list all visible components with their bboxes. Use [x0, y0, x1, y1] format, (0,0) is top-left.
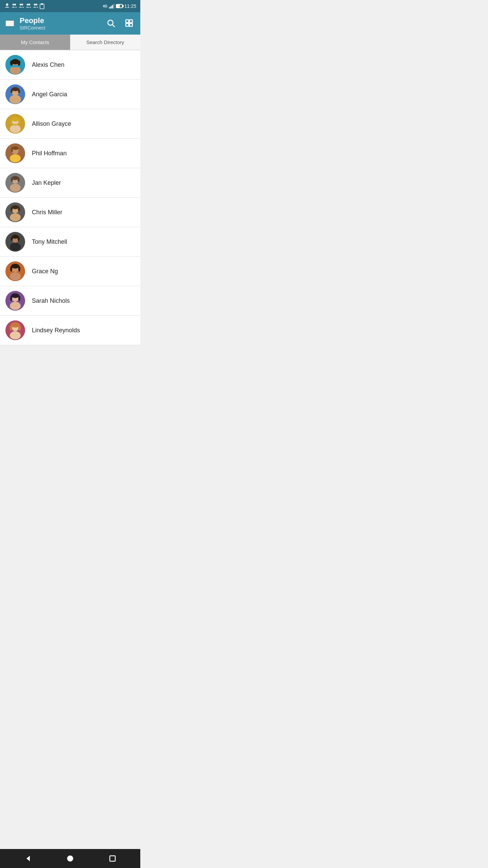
notification-icons: [4, 3, 44, 9]
svg-point-29: [18, 89, 20, 93]
svg-point-58: [18, 236, 20, 241]
contact-item[interactable]: Sarah Nichols: [0, 286, 140, 316]
header-left: People SIRConnect: [5, 16, 45, 31]
svg-rect-14: [129, 20, 133, 23]
svg-point-34: [10, 119, 12, 124]
svg-point-61: [10, 272, 21, 280]
avatar: [5, 291, 25, 311]
svg-rect-13: [126, 20, 129, 23]
app-subtitle: SIRConnect: [20, 25, 45, 31]
svg-point-46: [18, 177, 20, 182]
contact-name: Chris Miller: [32, 209, 62, 216]
avatar: [5, 173, 25, 193]
svg-point-63: [10, 266, 12, 272]
avatar: [5, 143, 25, 163]
contact-name: Jan Kepler: [32, 179, 61, 186]
signal-text: 4G: [103, 4, 107, 8]
svg-point-6: [28, 4, 30, 5]
svg-point-8: [36, 4, 37, 5]
svg-point-68: [11, 293, 19, 298]
contact-item[interactable]: Chris Miller: [0, 198, 140, 227]
svg-point-7: [34, 4, 36, 5]
svg-point-52: [18, 207, 20, 212]
svg-point-51: [11, 207, 13, 212]
svg-point-50: [12, 205, 19, 209]
svg-point-39: [12, 146, 19, 150]
status-right-icons: 4G ⚡ 11:25: [103, 3, 136, 9]
svg-line-12: [113, 25, 115, 27]
svg-point-43: [10, 184, 21, 192]
svg-rect-10: [41, 3, 43, 5]
svg-point-32: [10, 125, 21, 133]
svg-point-69: [10, 296, 12, 301]
avatar: [5, 114, 25, 134]
svg-point-49: [10, 213, 21, 221]
svg-point-22: [18, 60, 20, 66]
contact-item[interactable]: Angel Garcia: [0, 80, 140, 109]
contact-name: Grace Ng: [32, 268, 58, 275]
svg-point-67: [10, 302, 21, 310]
svg-point-28: [11, 89, 13, 93]
avatar: [5, 55, 25, 75]
svg-rect-15: [126, 23, 129, 26]
svg-point-45: [11, 177, 13, 182]
search-button[interactable]: [105, 17, 117, 30]
status-left-icons: [4, 3, 44, 9]
tab-search-directory[interactable]: Search Directory: [70, 35, 140, 50]
svg-point-57: [11, 236, 13, 241]
svg-point-38: [10, 154, 21, 162]
contact-item[interactable]: Allison Grayce: [0, 109, 140, 139]
svg-point-27: [12, 87, 19, 91]
avatar: [5, 202, 25, 222]
contact-list: Alexis Chen Angel Garcia: [0, 50, 140, 345]
svg-rect-23: [12, 65, 19, 67]
tabs-container: My Contacts Search Directory: [0, 35, 140, 50]
status-bar: 4G ⚡ 11:25: [0, 0, 140, 12]
header-title-group: People SIRConnect: [20, 16, 45, 31]
clipboard-icon: [40, 3, 44, 9]
contact-item[interactable]: Phil Hoffman: [0, 139, 140, 168]
svg-point-35: [18, 119, 20, 124]
battery-icon: ⚡: [116, 4, 123, 8]
svg-point-33: [11, 117, 19, 121]
contact-item[interactable]: Grace Ng: [0, 257, 140, 286]
svg-point-26: [9, 95, 21, 104]
svg-point-0: [6, 3, 8, 6]
contact-name: Tony Mitchell: [32, 238, 67, 245]
avatar: [5, 261, 25, 281]
svg-rect-16: [129, 23, 133, 26]
contact-item[interactable]: Jan Kepler: [0, 168, 140, 198]
search-icon: [106, 19, 115, 27]
contact-name: Phil Hoffman: [32, 150, 67, 157]
time-display: 11:25: [124, 3, 136, 9]
svg-point-62: [11, 264, 19, 269]
contact-name: Alexis Chen: [32, 61, 64, 68]
svg-point-5: [27, 4, 28, 5]
notification-icon-1: [4, 3, 10, 8]
contact-name: Allison Grayce: [32, 120, 71, 127]
svg-point-75: [9, 325, 12, 331]
signal-bars: [109, 4, 114, 8]
notification-icon-4: [25, 3, 32, 8]
header-actions: [105, 17, 135, 30]
svg-point-21: [10, 60, 13, 66]
svg-point-56: [12, 235, 19, 239]
svg-point-70: [18, 296, 20, 301]
svg-point-74: [11, 322, 20, 328]
svg-rect-9: [40, 4, 44, 9]
tab-my-contacts[interactable]: My Contacts: [0, 35, 70, 50]
app-header: People SIRConnect: [0, 12, 140, 35]
grid-view-button[interactable]: [123, 17, 135, 30]
svg-point-44: [12, 176, 19, 180]
svg-point-1: [13, 4, 14, 5]
svg-point-40: [11, 148, 13, 152]
contact-item[interactable]: Tony Mitchell: [0, 227, 140, 257]
svg-point-19: [10, 66, 21, 74]
contact-item[interactable]: Alexis Chen: [0, 50, 140, 80]
svg-point-3: [20, 4, 21, 5]
avatar: [5, 320, 25, 340]
menu-button[interactable]: [5, 20, 14, 26]
contact-item[interactable]: Lindsey Reynolds: [0, 316, 140, 345]
notification-icon-3: [18, 3, 24, 8]
grid-icon: [125, 19, 134, 27]
